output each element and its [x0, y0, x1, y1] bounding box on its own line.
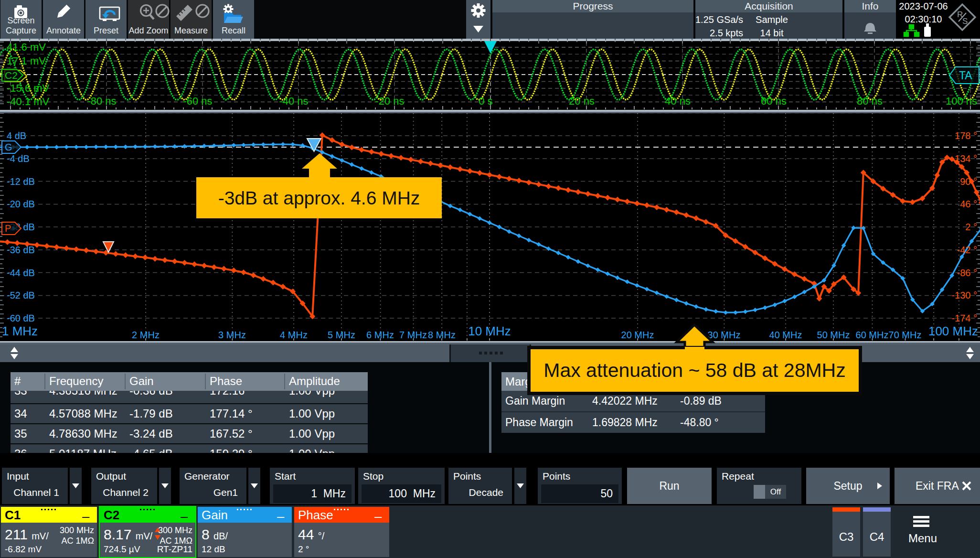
svg-text:50 MHz: 50 MHz	[817, 330, 850, 340]
svg-text:-4 dB: -4 dB	[7, 153, 30, 164]
svg-text:40 MHz: 40 MHz	[769, 330, 802, 340]
svg-text:2 °: 2 °	[965, 222, 977, 232]
svg-text:3 MHz: 3 MHz	[218, 330, 246, 340]
svg-text:10 MHz: 10 MHz	[468, 324, 511, 338]
svg-text:-130 °: -130 °	[951, 290, 977, 300]
svg-text:-174 °: -174 °	[951, 313, 977, 323]
svg-text:20 MHz: 20 MHz	[621, 330, 654, 340]
svg-text:41.6 mV: 41.6 mV	[7, 41, 46, 53]
svg-text:80 ns: 80 ns	[857, 95, 883, 107]
svg-text:70 MHz: 70 MHz	[889, 330, 922, 340]
svg-text:60 ns: 60 ns	[761, 95, 787, 107]
svg-text:100 MHz: 100 MHz	[928, 324, 978, 338]
svg-text:P: P	[5, 223, 11, 234]
svg-text:17.1 mV: 17.1 mV	[7, 55, 46, 67]
svg-text:-60 ns: -60 ns	[183, 95, 212, 107]
svg-text:40 ns: 40 ns	[665, 95, 691, 107]
svg-text:5 MHz: 5 MHz	[328, 330, 355, 340]
svg-text:4 dB: 4 dB	[7, 130, 26, 141]
svg-text:-80 ns: -80 ns	[87, 95, 116, 107]
svg-text:100 ns: 100 ns	[946, 95, 977, 107]
svg-text:-42 °: -42 °	[957, 245, 977, 255]
svg-text:6 MHz: 6 MHz	[366, 330, 394, 340]
svg-text:-3dB at approx. 4.6 MHz: -3dB at approx. 4.6 MHz	[218, 188, 420, 208]
svg-text:-86 °: -86 °	[957, 268, 977, 278]
svg-text:G: G	[5, 142, 12, 152]
svg-text:C2: C2	[5, 70, 18, 81]
svg-text:-60 dB: -60 dB	[7, 313, 35, 323]
svg-text:134 °: 134 °	[955, 153, 977, 164]
svg-text:8 MHz: 8 MHz	[428, 330, 456, 340]
svg-text:S: S	[962, 17, 968, 26]
svg-text:2 MHz: 2 MHz	[132, 330, 160, 340]
svg-text:20 ns: 20 ns	[569, 95, 595, 107]
svg-text:90 °: 90 °	[960, 176, 977, 187]
svg-text:0 s: 0 s	[479, 95, 492, 107]
svg-text:-20 ns: -20 ns	[375, 95, 404, 107]
svg-text:4 MHz: 4 MHz	[280, 330, 308, 340]
svg-text:7 MHz: 7 MHz	[399, 330, 427, 340]
svg-text:60 MHz: 60 MHz	[856, 330, 889, 340]
svg-text:-40 ns: -40 ns	[279, 95, 308, 107]
svg-text:178 °: 178 °	[955, 130, 977, 141]
svg-text:-12 dB: -12 dB	[7, 176, 35, 187]
svg-text:46 °: 46 °	[960, 199, 977, 209]
svg-text:-44 dB: -44 dB	[7, 268, 35, 278]
svg-text:-20 dB: -20 dB	[7, 199, 35, 209]
svg-text:-40.1 mV: -40.1 mV	[7, 96, 50, 107]
svg-text:-36 dB: -36 dB	[7, 245, 35, 255]
svg-text:TA: TA	[959, 69, 972, 82]
svg-text:-15.6 mV: -15.6 mV	[7, 82, 50, 94]
svg-text:1 MHz: 1 MHz	[2, 324, 38, 338]
svg-text:-52 dB: -52 dB	[7, 290, 35, 300]
